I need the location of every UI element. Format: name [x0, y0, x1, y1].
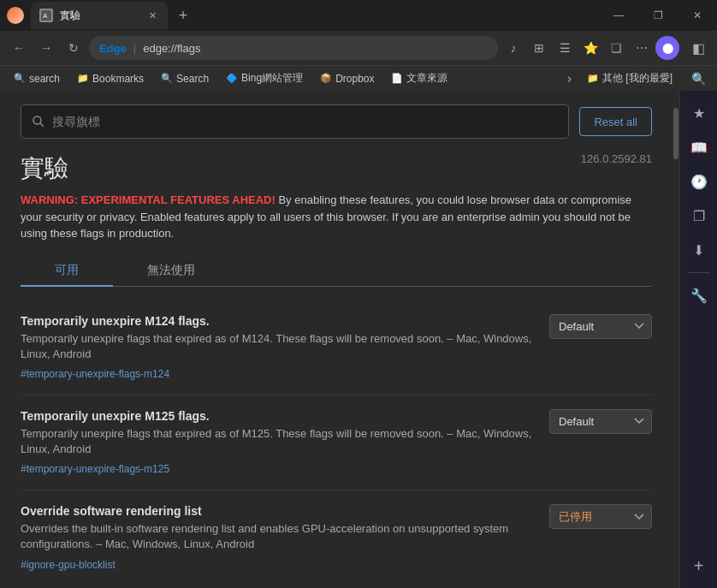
sidebar-favorites-button[interactable]: ★: [684, 98, 714, 128]
bookmark-dropbox[interactable]: 📦 Dropbox: [313, 71, 381, 86]
refresh-button[interactable]: ↻: [62, 36, 86, 60]
window-controls: — ❐ ✕: [599, 0, 717, 31]
flag-item: Override software rendering list Overrid…: [21, 490, 652, 585]
reader-mode-button[interactable]: ☰: [553, 36, 577, 60]
bookmark-dropbox-label: Dropbox: [335, 73, 374, 85]
search-item-icon: 🔍: [161, 73, 173, 84]
bookmark-bookmarks-label: Bookmarks: [92, 73, 144, 85]
new-tab-button[interactable]: +: [171, 3, 195, 27]
address-text: edge://flags: [143, 42, 200, 55]
sidebar-add-button[interactable]: +: [684, 550, 714, 581]
search-bar-container: Reset all: [21, 104, 652, 139]
flag-select[interactable]: Default Enabled Disabled: [549, 409, 652, 434]
music-button[interactable]: ♪: [501, 36, 525, 60]
tab-title: 實驗: [60, 9, 139, 23]
flag-title: Temporarily unexpire M125 flags.: [21, 409, 536, 423]
flag-link[interactable]: #temporary-unexpire-flags-m125: [21, 463, 169, 475]
sidebar-tools-button[interactable]: 🔧: [684, 280, 714, 311]
toolbar-right-icons: ♪ ⊞ ☰ ⭐ ❏ ⋯ ⬤: [501, 36, 679, 60]
flag-item: Temporarily unexpire M124 flags. Tempora…: [21, 300, 652, 395]
search-icon: [32, 115, 45, 128]
flag-control: Default Enabled Disabled: [549, 314, 652, 339]
flag-info: Override software rendering list Overrid…: [21, 504, 536, 571]
flags-search-box[interactable]: [21, 104, 569, 139]
bookmarks-bar: 🔍 search 📁 Bookmarks 🔍 Search 🔷 Bing網站管理…: [0, 65, 717, 91]
sidebar-downloads-button[interactable]: ⬇: [684, 235, 714, 265]
flag-info: Temporarily unexpire M125 flags. Tempora…: [21, 409, 536, 476]
bookmark-bookmarks[interactable]: 📁 Bookmarks: [70, 71, 151, 86]
dropbox-icon: 📦: [320, 73, 332, 84]
sidebar-history-button[interactable]: 🕐: [684, 166, 714, 197]
address-divider: |: [133, 42, 136, 55]
other-folder-icon: 📁: [587, 73, 599, 84]
bookmark-other-folder[interactable]: 📁 其他 [我的最愛]: [580, 69, 679, 87]
flag-control: 已停用 Enabled Disabled: [549, 504, 652, 529]
sidebar-reading-button[interactable]: 📖: [684, 132, 714, 163]
titlebar: A 實驗 ✕ + — ❐ ✕: [0, 0, 717, 31]
page-header: 實驗 126.0.2592.81: [21, 152, 652, 185]
back-button[interactable]: ←: [7, 36, 31, 60]
flag-desc: Overrides the built-in software renderin…: [21, 521, 536, 552]
close-button[interactable]: ✕: [678, 0, 717, 31]
flag-title: Override software rendering list: [21, 504, 536, 518]
page-title: 實驗: [21, 152, 68, 185]
collections-button[interactable]: ❏: [604, 36, 628, 60]
flag-select[interactable]: 已停用 Enabled Disabled: [549, 504, 652, 529]
svg-text:A: A: [43, 12, 47, 20]
flag-select[interactable]: Default Enabled Disabled: [549, 314, 652, 339]
active-tab[interactable]: A 實驗 ✕: [31, 2, 168, 29]
bookmark-other-label: 其他 [我的最愛]: [602, 71, 673, 86]
right-sidebar: ★ 📖 🕐 ❐ ⬇ 🔧 +: [679, 91, 717, 588]
svg-point-2: [33, 116, 41, 124]
bookmark-articles-label: 文章來源: [406, 71, 447, 86]
bookmark-bing[interactable]: 🔷 Bing網站管理: [219, 69, 310, 87]
bookmarks-sidebar-search[interactable]: 🔍: [686, 67, 710, 91]
address-bar[interactable]: Edge | edge://flags: [89, 36, 498, 60]
tab-search-button[interactable]: ⊞: [527, 36, 551, 60]
bookmarks-more-button[interactable]: ›: [562, 69, 577, 88]
svg-line-3: [40, 123, 44, 127]
flag-info: Temporarily unexpire M124 flags. Tempora…: [21, 314, 536, 381]
flags-content: Reset all 實驗 126.0.2592.81 WARNING: EXPE…: [0, 91, 673, 588]
flag-desc: Temporarily unexpire flags that expired …: [21, 331, 536, 362]
tab-available[interactable]: 可用: [21, 256, 113, 287]
sidebar-collections-button[interactable]: ❐: [684, 200, 714, 231]
scroll-track[interactable]: [673, 91, 679, 588]
bookmark-articles[interactable]: 📄 文章來源: [384, 69, 454, 87]
bookmark-search-item[interactable]: 🔍 Search: [154, 71, 216, 86]
flag-item: Temporarily unexpire M125 flags. Tempora…: [21, 395, 652, 490]
flags-tabs: 可用 無法使用: [21, 256, 652, 287]
reset-all-button[interactable]: Reset all: [579, 107, 652, 136]
flag-header: Temporarily unexpire M125 flags. Tempora…: [21, 409, 652, 476]
flag-header: Override software rendering list Overrid…: [21, 504, 652, 571]
more-button[interactable]: ⋯: [630, 36, 654, 60]
sidebar-divider: [689, 272, 709, 273]
warning-text: WARNING: EXPERIMENTAL FEATURES AHEAD! By…: [21, 192, 652, 242]
flag-link[interactable]: #temporary-unexpire-flags-m124: [21, 368, 169, 380]
tab-close-button[interactable]: ✕: [145, 9, 159, 22]
search-input[interactable]: [52, 115, 558, 128]
toolbar: ← → ↻ Edge | edge://flags ♪ ⊞ ☰ ⭐ ❏ ⋯ ⬤ …: [0, 31, 717, 65]
bookmark-bing-label: Bing網站管理: [241, 71, 303, 86]
sidebar-toggle-button[interactable]: ◧: [686, 36, 710, 60]
warning-label: WARNING: EXPERIMENTAL FEATURES AHEAD!: [21, 193, 276, 206]
flags-list: Temporarily unexpire M124 flags. Tempora…: [21, 300, 652, 585]
content-area: Reset all 實驗 126.0.2592.81 WARNING: EXPE…: [0, 91, 673, 588]
articles-icon: 📄: [391, 73, 403, 84]
search-icon: 🔍: [14, 73, 26, 84]
flag-link[interactable]: #ignore-gpu-blocklist: [21, 559, 116, 571]
favorites-button[interactable]: ⭐: [578, 36, 602, 60]
bing-icon: 🔷: [226, 73, 238, 84]
tab-unavailable[interactable]: 無法使用: [113, 256, 229, 287]
flag-desc: Temporarily unexpire flags that expired …: [21, 426, 536, 457]
bookmark-search[interactable]: 🔍 search: [7, 71, 67, 86]
browser-icon: [7, 7, 24, 24]
profile-button[interactable]: ⬤: [655, 36, 679, 60]
maximize-button[interactable]: ❐: [638, 0, 678, 31]
minimize-button[interactable]: —: [599, 0, 638, 31]
tab-favicon: A: [39, 9, 53, 22]
bookmark-folder-icon: 📁: [77, 73, 89, 84]
flag-title: Temporarily unexpire M124 flags.: [21, 314, 536, 328]
forward-button[interactable]: →: [34, 36, 58, 60]
main-layout: Reset all 實驗 126.0.2592.81 WARNING: EXPE…: [0, 91, 717, 588]
